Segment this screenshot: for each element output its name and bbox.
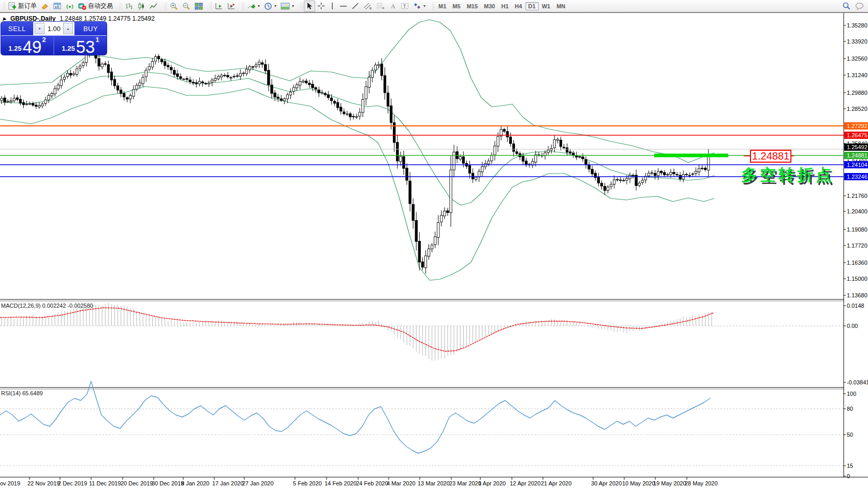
time-axis-label: 30 Apr 2020 [591,480,622,486]
volume-decrease-button[interactable]: ▼ [35,23,45,34]
svg-text:1.32560: 1.32560 [847,55,867,62]
crosshair-button[interactable] [315,1,327,12]
level-price-label: 1.24881 [750,150,791,163]
charts-window-icon [53,2,62,10]
svg-text:1.29880: 1.29880 [847,90,867,96]
symbol-period-label: GBPUSD-,Daily [10,15,55,22]
svg-text:E: E [370,7,372,10]
new-order-button[interactable]: 新订单 [6,1,39,12]
svg-text:1.26475: 1.26475 [847,132,867,138]
mt4-window: 新订单 自动交易 [0,0,868,488]
chat-icon [855,2,864,10]
vertical-line-button[interactable] [327,1,337,12]
svg-text:1.20400: 1.20400 [847,208,867,214]
zoom-out-icon [182,2,190,10]
toolbar-group-indicators: ▾ ▾ ▾ [239,0,298,12]
toolbar-group-right [838,0,868,12]
search-button[interactable] [840,1,853,12]
time-axis-label: 14 Feb 2020 [325,480,357,486]
periods-button[interactable]: ▾ [262,1,278,12]
sell-button[interactable]: SELL [1,22,33,35]
volume-input[interactable]: 1.00 [46,22,62,35]
price-chart-canvas[interactable]: 1.352801.339201.325601.312401.298801.285… [0,13,868,488]
periods-icon [264,2,272,10]
fibonacci-button[interactable]: F [374,1,387,12]
timeframe-m30[interactable]: M30 [481,2,498,10]
crosshair-icon [317,2,325,10]
timeframe-mn[interactable]: MN [553,2,568,10]
time-axis-label: 23 Mar 2020 [449,480,481,486]
zoom-out-button[interactable] [180,1,193,12]
svg-text:1.24881: 1.24881 [847,152,867,159]
chart-style-icon [281,2,290,10]
line-chart-button[interactable] [148,1,160,12]
chart-shift-button[interactable] [225,1,238,12]
svg-text:1.35280: 1.35280 [847,22,867,28]
indicators-icon [247,2,256,10]
label-button[interactable]: T [399,1,411,12]
timeframe-m5[interactable]: M5 [449,2,463,10]
volume-increase-button[interactable]: ▲ [63,23,73,34]
time-axis-label: 20 Dec 2019 [121,480,153,486]
toolbar-grip [242,2,244,10]
text-button[interactable]: A [387,1,399,12]
charts-window-button[interactable] [51,1,64,12]
trendline-button[interactable] [349,1,361,12]
time-axis-label: 13 Mar 2020 [418,480,450,486]
horizontal-line-button[interactable] [337,1,349,12]
buy-button[interactable]: BUY [75,22,107,35]
tile-windows-button[interactable] [193,1,205,12]
indicators-button[interactable]: ▾ [245,1,262,12]
signal-button[interactable] [64,1,76,12]
shapes-button[interactable]: ▾ [411,1,428,12]
time-axis-label: 24 Feb 2020 [356,480,388,486]
autotrade-button[interactable]: 自动交易 [76,1,115,12]
svg-text:1.33920: 1.33920 [847,38,867,45]
chart-style-button[interactable]: ▾ [278,1,296,12]
toolbar-grip [209,2,212,10]
timeframe-m15[interactable]: M15 [464,2,481,10]
timeframe-h1[interactable]: H1 [498,2,511,10]
channel-button[interactable]: E [361,1,374,12]
text-icon: A [389,2,396,10]
timeframe-m1[interactable]: M1 [435,2,449,10]
svg-text:1.31240: 1.31240 [847,72,867,78]
main-toolbar: 新订单 自动交易 [0,0,868,12]
bar-chart-button[interactable] [123,1,135,12]
svg-text:A: A [391,3,395,10]
channel-icon: E [363,2,372,10]
auto-scroll-button[interactable] [213,1,225,12]
svg-text:15: 15 [847,463,853,469]
svg-text:1.16360: 1.16360 [847,260,867,266]
svg-text:1.15000: 1.15000 [847,276,867,282]
buy-quote[interactable]: 1.25 53 1 [54,36,107,55]
time-axis-label: 30 Dec 2019 [152,480,184,486]
line-chart-icon [150,2,158,10]
toolbar-grip [164,2,167,10]
zoom-in-button[interactable] [168,1,180,12]
time-axis-label: 5 Feb 2020 [293,480,322,486]
cursor-button[interactable] [304,1,315,12]
timeframe-d1[interactable]: D1 [525,2,539,10]
timeframe-h4[interactable]: H4 [512,2,525,10]
autotrade-icon [78,2,86,10]
one-click-trading-panel: SELL ▼ 1.00 ▲ BUY 1.25 49 2 1.25 53 1 [1,22,107,55]
toolbar-group-zoom [161,0,207,12]
toolbar-grip [432,2,434,10]
autotrade-label: 自动交易 [88,2,113,10]
chart-shift-icon [227,2,236,10]
svg-text:1.24104: 1.24104 [847,162,867,168]
toolbar-grip [3,2,5,10]
new-order-icon [8,2,17,10]
horizontal-line-icon [340,3,347,9]
highlighter-button[interactable] [39,1,51,12]
chevron-down-icon: ▾ [274,4,276,8]
svg-text:1.23246: 1.23246 [847,174,867,180]
sell-quote[interactable]: 1.25 49 2 [1,36,54,55]
chat-button[interactable] [853,1,866,12]
turning-point-annotation: 多空转折点 [741,164,834,186]
sell-price-prefix: 1.25 [8,45,21,52]
candlestick-button[interactable] [135,1,148,12]
timeframe-w1[interactable]: W1 [539,2,554,10]
macd-label: MACD(12,26,9) 0.002242 -0.002580 [1,303,93,309]
